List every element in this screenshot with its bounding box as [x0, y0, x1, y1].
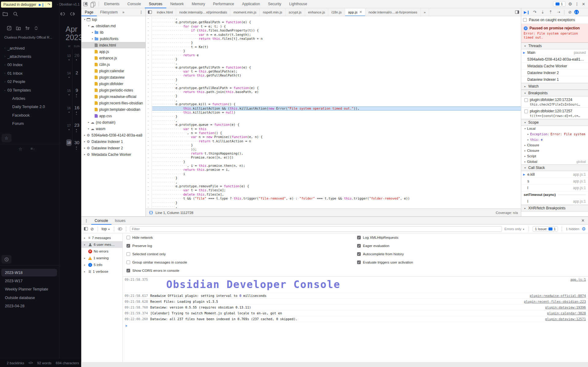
step-over-icon[interactable]: ↷ — [47, 2, 51, 7]
source-mode-icon[interactable]: </> — [28, 361, 33, 365]
console-filter-1-verbose[interactable]: ▸≣1 verbose — [81, 268, 123, 275]
fold-marker[interactable]: - — [147, 16, 152, 20]
fold-marker[interactable]: - — [147, 98, 152, 102]
thread-item[interactable]: Metadata Cache Worker — [521, 63, 588, 69]
console-sidebar-toggle-icon[interactable] — [84, 227, 88, 230]
console-setting-group-similar-messages-in-console[interactable]: Group similar messages in console — [126, 260, 187, 264]
fold-marker[interactable]: - — [147, 94, 152, 98]
navigator-item-dataview-indexer-2[interactable]: ▸⚙Dataview Indexer 2 — [81, 145, 145, 151]
navigator-item-plugin-recent-files-obsidian[interactable]: plugin:recent-files-obsidian — [81, 100, 145, 106]
call-stack-frame[interactable]: ▶e.killapp.js:1 — [521, 171, 588, 178]
step-over-button[interactable]: ↷ — [531, 10, 538, 14]
fold-marker[interactable]: - — [147, 110, 152, 114]
bookmarks-pane-tab[interactable]: ☆ — [2, 134, 11, 142]
console-setting-selected-context-only[interactable]: Selected context only — [126, 252, 166, 256]
recent-files-pane-tab[interactable] — [2, 255, 11, 264]
thread-item[interactable]: Dataview Indexer 1 — [521, 76, 588, 83]
close-devtools-icon[interactable]: ✕ — [582, 2, 585, 6]
resume-button[interactable]: ▶❙ — [523, 10, 530, 14]
star-icon[interactable]: ☆ — [18, 146, 22, 152]
fold-marker[interactable]: - — [147, 123, 152, 127]
calendar-day-number[interactable]: 23 — [74, 122, 80, 128]
thread-item[interactable]: Dataview Indexer 2 — [521, 69, 588, 76]
console-filter-no-errors[interactable]: ✕No errors — [81, 248, 123, 255]
scope-row[interactable]: ▸Closure — [521, 148, 588, 153]
checkbox[interactable]: ✓ — [357, 252, 361, 256]
scope-row[interactable]: ▸Script — [521, 153, 588, 159]
fold-marker[interactable]: - — [147, 139, 152, 143]
navigator-item-plugin-dbfolder[interactable]: plugin:dbfolder — [81, 81, 145, 87]
console-issues-chip[interactable]: 1 Issue:1 — [533, 226, 558, 232]
fold-marker[interactable]: - — [147, 45, 152, 49]
fold-marker[interactable]: - — [147, 152, 152, 155]
editor-tab-enhance-js[interactable]: enhance.js — [305, 8, 329, 16]
source-link[interactable]: plugin:calendar:3828 — [547, 311, 586, 315]
more-tabs-icon[interactable]: » — [122, 10, 124, 14]
tab-console[interactable]: Console — [123, 0, 145, 8]
navigator-tab-filesystem[interactable]: Filesystem — [97, 8, 121, 16]
calendar-week-number[interactable]: 18 — [66, 139, 72, 146]
fold-marker[interactable]: - — [147, 49, 152, 53]
drawer-tab-issues[interactable]: Issues — [111, 217, 129, 225]
recent-file-item[interactable]: Weekly Planner Template — [1, 286, 57, 293]
checkbox[interactable]: ✓ — [357, 244, 361, 248]
tree-item-00-index[interactable]: ›00 Index — [0, 61, 58, 69]
navigator-item-index-html[interactable]: index.html — [81, 42, 145, 48]
code-gutter[interactable]: ----------------------------------------… — [146, 16, 152, 208]
tree-item--archived[interactable]: ›_archived — [0, 44, 58, 52]
navigator-item-dataview-indexer-1[interactable]: ▸⚙Dataview Indexer 1 — [81, 138, 145, 145]
new-folder-icon[interactable] — [16, 26, 21, 32]
console-filter-5-info[interactable]: ▸i5 info — [81, 261, 123, 268]
inspect-element-icon[interactable] — [81, 0, 89, 8]
fold-marker[interactable]: - — [147, 168, 152, 172]
calendar-day-number[interactable]: 26 — [74, 53, 80, 58]
navigator-item--no-domain-[interactable]: ▸☁(no domain) — [81, 119, 145, 125]
calendar-week-number[interactable]: 15 — [66, 89, 72, 92]
scope-row[interactable]: ▸Globalglobal — [521, 159, 588, 164]
fold-marker[interactable]: - — [147, 193, 152, 197]
tab-elements[interactable]: Elements — [100, 0, 123, 8]
files-tab-icon[interactable] — [2, 11, 8, 18]
scope-section-header[interactable]: ▾Scope — [521, 119, 588, 126]
editor-tab-scrypt-js[interactable]: scrypt.js — [285, 8, 305, 16]
console-setting-preserve-log[interactable]: ✓Preserve log — [126, 244, 152, 248]
calendar-week-number[interactable]: 13 — [66, 54, 72, 58]
tab-application[interactable]: Application — [238, 0, 264, 8]
tab-security[interactable]: Security — [264, 0, 285, 8]
calendar-week-number[interactable]: 14 — [66, 71, 72, 75]
tab-performance[interactable]: Performance — [209, 0, 238, 8]
fold-marker[interactable]: - — [147, 107, 152, 110]
navigator-kebab-icon[interactable]: ⋮ — [139, 10, 145, 14]
tree-item-facebook[interactable]: Facebook — [0, 111, 58, 119]
breakpoints-section-header[interactable]: ▾Breakpoints — [521, 90, 588, 96]
navigator-item-metadata-cache-worker[interactable]: ▸⚙Metadata Cache Worker — [81, 151, 145, 158]
step-out-button[interactable]: ⇡ — [547, 10, 554, 14]
fold-marker[interactable]: - — [147, 86, 152, 90]
navigator-tab-page[interactable]: Page — [81, 8, 97, 16]
close-drawer-icon[interactable]: ✕ — [581, 218, 588, 223]
calendar-week-number[interactable]: 17 — [66, 124, 72, 127]
navigator-item-public-fonts[interactable]: ▸public/fonts — [81, 36, 145, 42]
calendar-day-number[interactable]: 30 — [74, 140, 80, 145]
context-selector[interactable]: top ▼ — [102, 227, 110, 231]
scope-row[interactable]: ▸this: e — [521, 137, 588, 142]
checkbox[interactable] — [126, 252, 130, 256]
checkbox[interactable] — [126, 260, 130, 264]
fold-marker[interactable]: - — [147, 131, 152, 135]
pause-caught-checkbox[interactable] — [523, 18, 527, 22]
navigator-item-5394a4eb-f208-4142-803a-ea8[interactable]: ▸⚙5394a4eb-f208-4142-803a-ea8 — [81, 132, 145, 138]
fold-marker[interactable]: - — [147, 90, 152, 94]
fold-marker[interactable]: - — [147, 197, 152, 200]
fold-marker[interactable]: - — [147, 180, 152, 184]
breakpoint-item[interactable]: plugin:dbfolder:120:17224this.checkIfFil… — [521, 96, 588, 108]
code-editor[interactable]: ----------------------------------------… — [146, 16, 521, 208]
navigator-item-enhance-js[interactable]: enhance.js — [81, 55, 145, 61]
word-count[interactable]: 92 words — [37, 361, 51, 365]
checkbox[interactable]: ✓ — [126, 269, 130, 272]
issues-chip[interactable]: 1 — [553, 1, 565, 7]
list-star-icon[interactable]: ≡☆ — [30, 146, 35, 152]
breakpoint-checkbox[interactable] — [524, 98, 528, 102]
navigator-item-plugin-readwise-official[interactable]: plugin:readwise-official — [81, 93, 145, 100]
fold-marker[interactable]: - — [147, 66, 152, 69]
call-stack-frame[interactable]: lapp.js:1 — [521, 185, 588, 191]
